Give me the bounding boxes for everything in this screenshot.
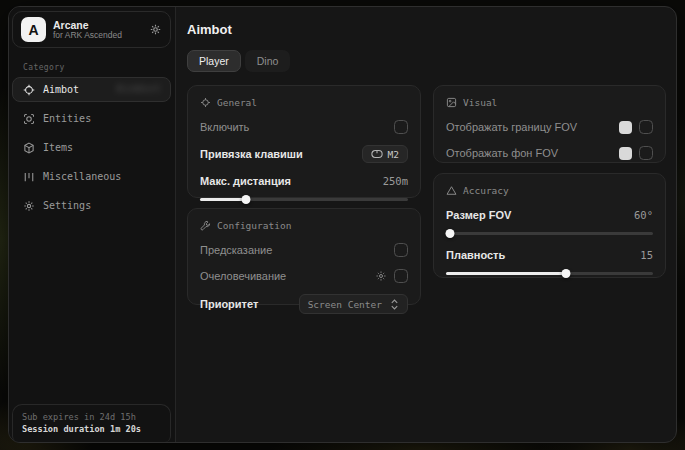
fov-border-color-swatch[interactable]: [619, 121, 632, 134]
fov-border-controls: [619, 120, 653, 134]
card-configuration: Configuration Предсказание Очеловечивани…: [187, 208, 421, 305]
category-label: Category: [23, 63, 65, 72]
fov-border-checkbox[interactable]: [639, 120, 653, 134]
page-title: Aimbot: [187, 22, 666, 37]
sidebar-item-entities[interactable]: Entities: [12, 106, 171, 131]
fov-background-label: Отображать фон FOV: [446, 147, 558, 159]
card-header-label: Visual: [463, 97, 497, 108]
row-fov-border: Отображать границу FOV: [446, 119, 653, 135]
card-header-label: Configuration: [217, 220, 291, 231]
subscription-panel: Sub expires in 24d 15h Session duration …: [12, 404, 171, 442]
sidebar-item-label: Settings: [43, 200, 91, 211]
active-item-watermark: Aimbot: [116, 82, 162, 95]
smoothness-label: Плавность: [446, 249, 505, 261]
sidebar-item-label: Aimbot: [43, 84, 79, 95]
gear-icon[interactable]: [149, 23, 162, 36]
max-distance-label: Макс. дистанция: [200, 175, 291, 187]
prediction-checkbox[interactable]: [394, 243, 408, 257]
keybind-label: Привязка клавиши: [200, 148, 303, 160]
scan-icon: [23, 113, 35, 125]
fov-border-label: Отображать границу FOV: [446, 121, 577, 133]
fov-size-slider[interactable]: [446, 229, 653, 238]
priority-label: Приоритет: [200, 298, 258, 310]
tab-player[interactable]: Player: [187, 50, 241, 72]
image-icon: [446, 97, 457, 108]
gear-icon: [23, 200, 35, 212]
row-enable: Включить: [200, 119, 408, 135]
gear-icon[interactable]: [375, 270, 387, 282]
smoothness-slider[interactable]: [446, 269, 653, 278]
slider-thumb[interactable]: [562, 269, 571, 278]
sidebar-item-miscellaneous[interactable]: Miscellaneous: [12, 164, 171, 189]
row-keybind: Привязка клавиши M2: [200, 145, 408, 163]
app-subtitle: for ARK Ascended: [53, 31, 142, 41]
row-fov-size: Размер FOV 60°: [446, 207, 653, 223]
session-duration-text: Session duration 1m 20s: [22, 423, 161, 435]
smoothness-value: 15: [640, 249, 653, 261]
row-priority: Приоритет Screen Center: [200, 294, 408, 314]
sidebar-item-aimbot[interactable]: Aimbot Aimbot: [12, 77, 171, 102]
card-header-label: Accuracy: [463, 185, 509, 196]
fov-background-controls: [619, 146, 653, 160]
slider-track: [446, 232, 653, 235]
humanization-checkbox[interactable]: [394, 269, 408, 283]
crosshair-icon: [200, 97, 211, 108]
humanization-label: Очеловечивание: [200, 270, 286, 282]
sidebar-item-settings[interactable]: Settings: [12, 193, 171, 218]
slider-thumb[interactable]: [446, 229, 455, 238]
sidebar-item-label: Entities: [43, 113, 91, 124]
sub-expires-text: Sub expires in 24d 15h: [22, 411, 161, 423]
keybind-value: M2: [388, 149, 399, 160]
fov-size-value: 60°: [634, 209, 653, 221]
card-accuracy: Accuracy Размер FOV 60° Плавность 15: [433, 173, 666, 278]
card-general: General Включить Привязка клавиши: [187, 85, 421, 198]
max-distance-slider[interactable]: [200, 195, 408, 204]
tab-dino[interactable]: Dino: [245, 50, 291, 72]
sidebar-nav: Aimbot Aimbot Entities Items: [12, 77, 171, 218]
keybind-button[interactable]: M2: [362, 145, 408, 163]
priority-value: Screen Center: [308, 299, 382, 310]
row-humanization: Очеловечивание: [200, 268, 408, 284]
fov-background-color-swatch[interactable]: [619, 147, 632, 160]
slider-fill: [200, 198, 246, 201]
app-window: A Arcane for ARK Ascended Category: [8, 6, 677, 443]
columns-icon: [23, 171, 35, 183]
cards-grid: General Включить Привязка клавиши: [187, 85, 666, 305]
prediction-label: Предсказание: [200, 244, 272, 256]
fov-background-checkbox[interactable]: [639, 146, 653, 160]
row-smoothness: Плавность 15: [446, 247, 653, 263]
slider-thumb[interactable]: [241, 195, 250, 204]
row-prediction: Предсказание: [200, 242, 408, 258]
sidebar: A Arcane for ARK Ascended Category: [9, 7, 176, 442]
chevrons-up-down-icon: [390, 299, 399, 310]
humanization-controls: [375, 269, 408, 283]
logo-letter: A: [28, 22, 38, 38]
max-distance-value: 250m: [383, 175, 408, 187]
enable-label: Включить: [200, 121, 249, 133]
card-general-header: General: [200, 97, 408, 108]
app-logo: A: [21, 17, 46, 42]
sidebar-item-label: Items: [43, 142, 73, 153]
sidebar-item-items[interactable]: Items: [12, 135, 171, 160]
card-configuration-header: Configuration: [200, 220, 408, 231]
app-meta: Arcane for ARK Ascended: [53, 19, 142, 41]
fov-size-label: Размер FOV: [446, 209, 511, 221]
card-header-label: General: [217, 97, 257, 108]
card-accuracy-header: Accuracy: [446, 185, 653, 196]
app-name: Arcane: [53, 19, 142, 31]
card-visual: Visual Отображать границу FOV Отображать…: [433, 85, 666, 163]
row-max-distance: Макс. дистанция 250m: [200, 173, 408, 189]
card-visual-header: Visual: [446, 97, 653, 108]
sidebar-item-label: Miscellaneous: [43, 171, 121, 182]
slider-fill: [446, 272, 566, 275]
left-column: General Включить Привязка клавиши: [187, 85, 421, 305]
sidebar-header: A Arcane for ARK Ascended: [12, 11, 171, 48]
wrench-icon: [200, 220, 211, 231]
main-content: Aimbot Player Dino General: [176, 7, 677, 442]
box-icon: [23, 142, 35, 154]
crosshair-icon: [23, 84, 35, 96]
triangle-icon: [446, 185, 457, 196]
enable-checkbox[interactable]: [394, 120, 408, 134]
tab-bar: Player Dino: [187, 50, 666, 72]
priority-dropdown[interactable]: Screen Center: [299, 294, 408, 314]
